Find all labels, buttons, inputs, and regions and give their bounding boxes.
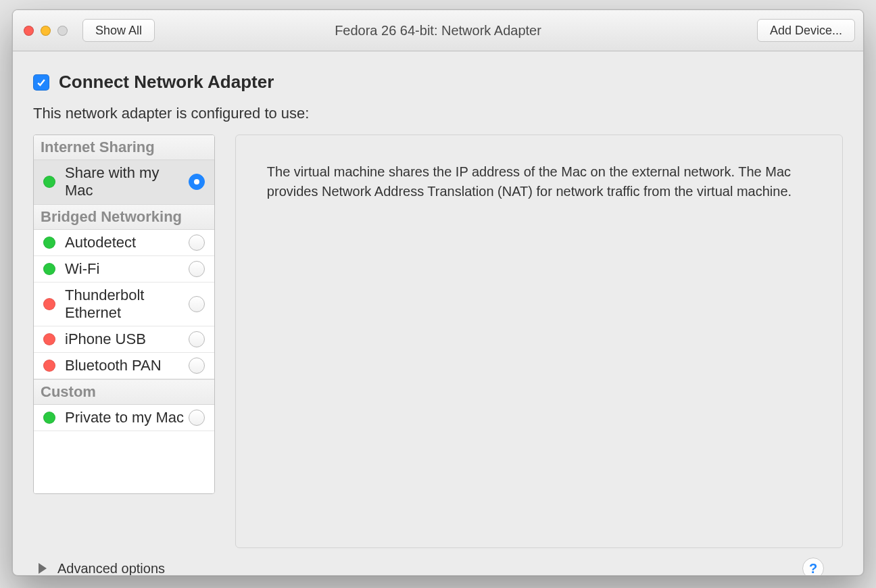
network-mode-label: Private to my Mac	[65, 409, 189, 426]
status-connected-icon	[43, 176, 55, 188]
network-mode-row[interactable]: Private to my Mac	[34, 405, 214, 431]
network-mode-radio[interactable]	[189, 296, 205, 312]
network-mode-row[interactable]: Share with my Mac	[34, 160, 214, 204]
advanced-options-disclosure[interactable]: Advanced options	[39, 561, 165, 577]
list-section-header: Bridged Networking	[34, 204, 214, 230]
network-mode-label: Bluetooth PAN	[65, 357, 189, 374]
status-connected-icon	[43, 263, 55, 275]
connect-adapter-checkbox[interactable]	[33, 74, 49, 91]
close-window-icon[interactable]	[24, 26, 34, 36]
connect-adapter-label: Connect Network Adapter	[59, 72, 274, 93]
network-mode-radio[interactable]	[189, 261, 205, 277]
network-mode-row[interactable]: Thunderbolt Ethernet	[34, 283, 214, 326]
disclosure-triangle-icon	[39, 563, 47, 574]
minimize-window-icon[interactable]	[41, 26, 51, 36]
network-mode-row[interactable]: Bluetooth PAN	[34, 353, 214, 379]
mode-description: The virtual machine shares the IP addres…	[235, 134, 843, 548]
status-connected-icon	[43, 237, 55, 249]
list-section-header: Custom	[34, 379, 214, 405]
status-disconnected-icon	[43, 360, 55, 372]
network-mode-label: iPhone USB	[65, 330, 189, 348]
network-mode-row[interactable]: Autodetect	[34, 230, 214, 256]
network-mode-radio[interactable]	[189, 358, 205, 374]
network-mode-label: Wi-Fi	[65, 260, 189, 278]
content-area: Connect Network Adapter This network ada…	[13, 51, 863, 576]
network-mode-radio[interactable]	[189, 410, 205, 426]
settings-window: Show All Fedora 26 64-bit: Network Adapt…	[12, 9, 864, 576]
list-spacer	[34, 431, 214, 493]
network-mode-row[interactable]: iPhone USB	[34, 326, 214, 353]
config-subhead: This network adapter is configured to us…	[33, 105, 843, 122]
help-button[interactable]: ?	[802, 558, 824, 576]
titlebar: Show All Fedora 26 64-bit: Network Adapt…	[13, 10, 863, 51]
add-device-button[interactable]: Add Device...	[757, 19, 855, 42]
network-mode-radio[interactable]	[189, 235, 205, 251]
status-disconnected-icon	[43, 298, 55, 310]
advanced-options-label: Advanced options	[57, 561, 165, 577]
status-connected-icon	[43, 412, 55, 424]
zoom-window-icon	[57, 26, 68, 36]
traffic-lights	[24, 26, 68, 36]
status-disconnected-icon	[43, 333, 55, 345]
checkmark-icon	[36, 77, 47, 88]
network-mode-label: Autodetect	[65, 234, 189, 251]
network-mode-list: Internet SharingShare with my MacBridged…	[33, 134, 215, 494]
network-mode-label: Share with my Mac	[65, 164, 189, 199]
network-mode-row[interactable]: Wi-Fi	[34, 256, 214, 283]
network-mode-label: Thunderbolt Ethernet	[65, 287, 189, 322]
list-section-header: Internet Sharing	[34, 135, 214, 160]
show-all-button[interactable]: Show All	[82, 19, 155, 42]
network-mode-radio[interactable]	[189, 174, 205, 190]
network-mode-radio[interactable]	[189, 331, 205, 347]
